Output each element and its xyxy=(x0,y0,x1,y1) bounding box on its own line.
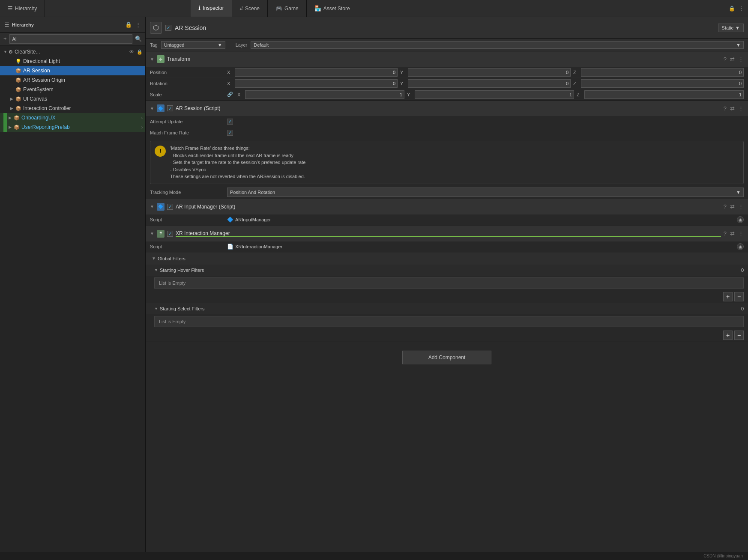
position-x-input[interactable] xyxy=(235,68,398,77)
layer-dropdown[interactable]: Default ▼ xyxy=(251,41,744,49)
arss-actions: ? ⇄ ⋮ xyxy=(724,105,744,112)
tab-inspector-label: Inspector xyxy=(203,5,224,11)
hierarchy-item-root[interactable]: ▼ ⚙ ClearSite... ⋮ 👁 🔒 xyxy=(0,47,145,57)
rotation-z-input[interactable] xyxy=(581,79,744,88)
xrim-help-icon[interactable]: ? xyxy=(724,230,727,237)
game-icon: 🎮 xyxy=(275,5,282,12)
ar-input-manager-header[interactable]: ▼ 🔷 ✓ AR Input Manager (Script) ? ⇄ ⋮ xyxy=(146,199,748,214)
hierarchy-item-directional-light[interactable]: 💡 Directional Light xyxy=(0,57,145,66)
arss-more-icon[interactable]: ⋮ xyxy=(738,105,744,112)
starting-select-filters-header[interactable]: ▼ Starting Select Filters 0 xyxy=(146,303,748,314)
xrim-enabled-checkbox[interactable]: ✓ xyxy=(167,231,173,237)
ssf-remove-button[interactable]: − xyxy=(734,331,744,340)
match-frame-rate-checkbox[interactable]: ✓ xyxy=(227,130,233,136)
tracking-mode-dropdown[interactable]: Position And Rotation ▼ xyxy=(227,188,744,197)
xrim-script-circle-btn[interactable]: ◉ xyxy=(737,243,744,250)
urp-label: UserReportingPrefab xyxy=(21,124,70,130)
aim-enabled-checkbox[interactable]: ✓ xyxy=(167,204,173,210)
eye-icon: 👁 xyxy=(129,49,134,55)
shf-empty-text: List is Empty xyxy=(159,280,186,286)
rotation-y-label: Y xyxy=(400,81,405,86)
uic-label: UI Canvas xyxy=(23,96,47,102)
hierarchy-item-user-reporting-prefab[interactable]: ▶ 📦 UserReportingPrefab › xyxy=(0,122,145,132)
arss-settings-icon[interactable]: ⇄ xyxy=(730,105,735,112)
hierarchy-item-ar-session[interactable]: 📦 AR Session xyxy=(0,66,145,75)
arss-arrow-icon: ▼ xyxy=(150,106,154,111)
arss-help-icon[interactable]: ? xyxy=(724,105,727,112)
scale-y-input[interactable] xyxy=(415,90,574,99)
tracking-mode-value: Position And Rotation xyxy=(230,190,275,195)
attempt-update-checkbox[interactable]: ✓ xyxy=(227,119,233,125)
ars-label: AR Session xyxy=(23,68,50,74)
arss-enabled-checkbox[interactable]: ✓ xyxy=(167,105,173,111)
hamburger-icon[interactable]: ☰ xyxy=(3,21,10,29)
tab-scene[interactable]: # Scene xyxy=(232,0,268,17)
tab-inspector[interactable]: ℹ Inspector xyxy=(191,0,232,17)
add-hierarchy-icon[interactable]: + xyxy=(3,35,8,43)
more-panel-icon[interactable]: ⋮ xyxy=(135,21,142,29)
rotation-row: Rotation X Y Z xyxy=(146,78,748,89)
ar-session-script-header[interactable]: ▼ 🔷 ✓ AR Session (Script) ? ⇄ ⋮ xyxy=(146,101,748,116)
lock-icon: 🔒 xyxy=(729,6,735,12)
static-dropdown[interactable]: Static ▼ xyxy=(718,24,744,32)
add-component-button[interactable]: Add Component xyxy=(402,351,492,364)
hierarchy-search-input[interactable] xyxy=(9,34,132,44)
starting-hover-filters-header[interactable]: ▼ Starting Hover Filters 0 xyxy=(146,265,748,276)
ssf-empty-text: List is Empty xyxy=(159,319,186,324)
rotation-y-input[interactable] xyxy=(408,79,571,88)
transform-more-icon[interactable]: ⋮ xyxy=(738,56,744,63)
scale-y-label: Y xyxy=(407,92,412,97)
rotation-z-label: Z xyxy=(573,81,578,86)
lock-panel-icon[interactable]: 🔒 xyxy=(124,21,133,29)
hierarchy-item-onboarding-ux[interactable]: ▶ 📦 OnboardingUX › xyxy=(0,113,145,122)
shf-count: 0 xyxy=(741,268,744,273)
hierarchy-item-event-system[interactable]: 📦 EventSystem xyxy=(0,85,145,94)
xrim-settings-icon[interactable]: ⇄ xyxy=(730,230,735,237)
position-z-input[interactable] xyxy=(581,68,744,77)
arss-title: AR Session (Script) xyxy=(176,105,721,111)
hierarchy-item-ui-canvas[interactable]: ▶ 📦 UI Canvas xyxy=(0,94,145,104)
ic-label: Interaction Controller xyxy=(23,105,71,111)
scale-z-label: Z xyxy=(577,92,582,97)
urp-chevron: › xyxy=(141,125,143,130)
arss-icon: 🔷 xyxy=(157,104,165,112)
search-icon[interactable]: 🔍 xyxy=(134,35,143,43)
transform-settings-icon[interactable]: ⇄ xyxy=(730,56,735,63)
aim-settings-icon[interactable]: ⇄ xyxy=(730,203,735,210)
aim-more-icon[interactable]: ⋮ xyxy=(738,203,744,210)
obu-chevron: › xyxy=(141,116,143,120)
rotation-x-input[interactable] xyxy=(235,79,398,88)
hierarchy-toolbar: + 🔍 xyxy=(0,33,145,45)
gameobject-enabled-checkbox[interactable]: ✓ xyxy=(165,25,171,31)
aim-help-icon[interactable]: ? xyxy=(724,203,727,210)
hierarchy-item-ar-session-origin[interactable]: 📦 AR Session Origin xyxy=(0,75,145,85)
aim-title: AR Input Manager (Script) xyxy=(176,204,721,210)
transform-header[interactable]: ▼ ✛ Transform ? ⇄ ⋮ xyxy=(146,51,748,67)
aim-script-file-icon: 🔷 xyxy=(227,217,233,223)
aim-script-circle-btn[interactable]: ◉ xyxy=(737,216,744,223)
global-filters-header[interactable]: ▼ Global Filters xyxy=(146,253,748,265)
scale-x-input[interactable] xyxy=(245,90,404,99)
transform-help-icon[interactable]: ? xyxy=(724,56,727,63)
tab-asset-store[interactable]: 🏪 Asset Store xyxy=(307,0,358,17)
xr-interaction-manager-header[interactable]: ▼ # ✓ XR Interaction Manager ? ⇄ ⋮ xyxy=(146,226,748,241)
ar-session-script-section: ▼ 🔷 ✓ AR Session (Script) ? ⇄ ⋮ Attempt … xyxy=(146,101,748,199)
main-layout: ☰ Hierarchy 🔒 ⋮ + 🔍 ▼ ⚙ ClearSite... ⋮ 👁… xyxy=(0,17,748,552)
shf-add-button[interactable]: + xyxy=(723,292,733,301)
tracking-mode-row: Tracking Mode Position And Rotation ▼ xyxy=(146,187,748,199)
uic-arrow: ▶ xyxy=(10,97,15,101)
scale-z-input[interactable] xyxy=(584,90,744,99)
tag-arrow-icon: ▼ xyxy=(218,42,222,48)
tab-game[interactable]: 🎮 Game xyxy=(268,0,307,17)
es-icon: 📦 xyxy=(15,87,21,92)
position-y-input[interactable] xyxy=(408,68,571,77)
hierarchy-item-interaction-controller[interactable]: ▶ 📦 Interaction Controller xyxy=(0,104,145,113)
xrim-more-icon[interactable]: ⋮ xyxy=(738,230,744,237)
shf-remove-button[interactable]: − xyxy=(734,292,744,301)
hierarchy-title: Hierarchy xyxy=(12,22,123,27)
obu-arrow: ▶ xyxy=(9,116,14,120)
position-label: Position xyxy=(150,70,227,75)
tab-hierarchy[interactable]: ☰ Hierarchy xyxy=(0,0,45,17)
tag-dropdown[interactable]: Untagged ▼ xyxy=(161,41,225,49)
ssf-add-button[interactable]: + xyxy=(723,331,733,340)
